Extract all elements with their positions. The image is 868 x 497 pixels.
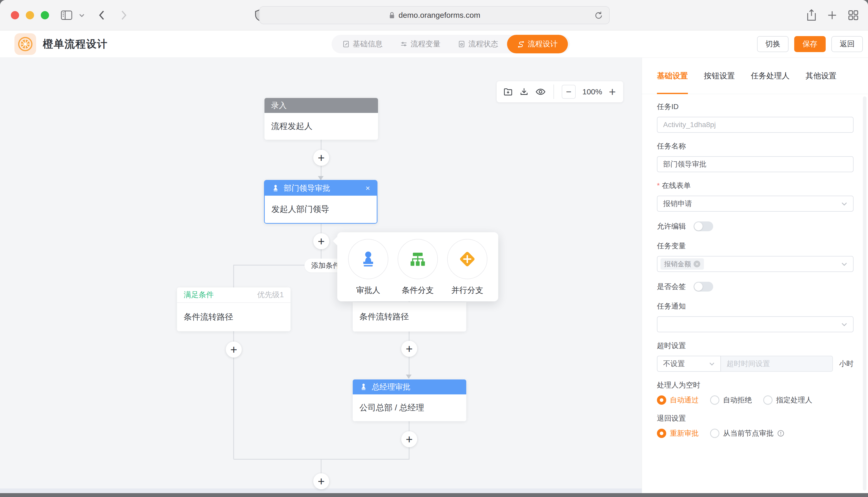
node-condition-path[interactable]: 条件流转路径 [353, 302, 466, 331]
doc-edit-icon [342, 41, 350, 48]
header-nav-tabs: 基础信息 流程变量 流程状态 流程设计 [332, 35, 570, 53]
node-condition-met[interactable]: 满足条件 优先级1 条件流转路径 [177, 287, 291, 331]
properties-panel: 基础设置 按钮设置 任务处理人 其他设置 任务ID 任务名称 * 在线表单 [642, 58, 868, 493]
add-node-button[interactable]: + [313, 233, 329, 249]
countersign-toggle[interactable] [693, 282, 713, 292]
add-node-popup: 审批人 条件分支 并行分支 [337, 232, 498, 301]
approver-circle[interactable] [348, 239, 388, 279]
node-body: 发起人部门领导 [265, 196, 377, 223]
timeout-value-wrap [721, 356, 833, 372]
parallel-branch-circle[interactable] [447, 239, 487, 279]
new-tab-icon[interactable] [827, 10, 838, 22]
variable-tag: 报销金额 × [661, 258, 704, 270]
tab-process-variables[interactable]: 流程变量 [391, 35, 449, 53]
open-folder-icon[interactable] [504, 87, 513, 96]
approver-stamp-icon [359, 383, 368, 391]
panel-tabs: 基础设置 按钮设置 任务处理人 其他设置 [642, 58, 868, 94]
tab-task-handler[interactable]: 任务处理人 [751, 58, 789, 94]
approver-stamp-icon [359, 250, 377, 268]
arrowhead [406, 374, 412, 379]
branch-merge-line [234, 459, 410, 459]
task-variable-select[interactable]: 报销金额 × [657, 256, 854, 272]
timeout-mode-select[interactable]: 不设置 [657, 356, 721, 372]
timeout-value-input[interactable] [727, 359, 827, 368]
node-dept-approval[interactable]: 部门领导审批 × 发起人部门领导 [264, 180, 377, 224]
address-bar[interactable]: demo.orangeforms.com [259, 6, 610, 24]
page-title: 橙单流程设计 [43, 37, 108, 51]
info-icon[interactable] [777, 430, 784, 437]
header-actions: 切换 保存 返回 [757, 36, 863, 52]
forward-button[interactable] [119, 10, 128, 21]
condition-branch-circle[interactable] [398, 239, 438, 279]
radio-from-current-node[interactable]: 从当前节点审批 [710, 428, 784, 438]
remove-tag-icon[interactable]: × [693, 260, 700, 267]
add-node-button[interactable]: + [226, 342, 242, 357]
maximize-window-button[interactable] [41, 11, 49, 19]
tab-label: 基础信息 [353, 39, 383, 49]
radio-dot [763, 395, 773, 405]
close-window-button[interactable] [11, 11, 19, 19]
tab-button-settings[interactable]: 按钮设置 [704, 58, 735, 94]
radio-auto-approve[interactable]: 自动通过 [657, 395, 699, 405]
online-form-select[interactable]: 报销申请 [657, 196, 854, 212]
tab-label: 流程设计 [528, 39, 557, 49]
flow-canvas[interactable]: + + + + + + − 100% + 录入 流程发起人 [0, 58, 642, 493]
tab-overview-icon[interactable] [848, 10, 859, 22]
back-to-list-button[interactable]: 返回 [831, 36, 863, 52]
task-name-field[interactable] [663, 160, 848, 168]
popup-item-label: 条件分支 [402, 285, 434, 296]
node-body: 公司总部 / 总经理 [353, 394, 466, 421]
tab-basic-info[interactable]: 基础信息 [334, 35, 391, 53]
add-node-button[interactable]: + [401, 431, 417, 447]
condition-title: 满足条件 [184, 290, 213, 300]
popup-item-label: 审批人 [356, 285, 380, 296]
tab-process-design[interactable]: 流程设计 [507, 35, 568, 53]
zoom-level: 100% [582, 87, 602, 96]
node-gm-approval[interactable]: 总经理审批 公司总部 / 总经理 [353, 380, 466, 421]
radio-auto-reject[interactable]: 自动拒绝 [710, 395, 752, 405]
zoom-in-button[interactable]: + [609, 85, 616, 99]
url-text: demo.orangeforms.com [399, 11, 480, 19]
app-header: 橙单流程设计 基础信息 流程变量 流程状态 流程设计 切换 保存 返回 [0, 30, 868, 58]
online-form-label: * 在线表单 [657, 181, 854, 190]
chevron-down-icon [841, 200, 848, 207]
add-node-button[interactable]: + [313, 473, 329, 489]
popup-item-label: 并行分支 [451, 285, 483, 296]
back-button[interactable] [98, 10, 106, 21]
share-icon[interactable] [806, 9, 817, 23]
sidebar-scrollbar[interactable] [863, 96, 866, 491]
popup-item-parallel-branch[interactable]: 并行分支 [447, 239, 487, 301]
chevron-down-icon[interactable] [79, 12, 85, 18]
task-notify-label: 任务通知 [657, 301, 854, 311]
add-node-button[interactable]: + [401, 341, 417, 357]
traffic-lights [11, 11, 49, 19]
delete-node-icon[interactable]: × [366, 184, 370, 193]
tab-process-status[interactable]: 流程状态 [449, 35, 507, 53]
save-button[interactable]: 保存 [794, 36, 826, 52]
chevron-down-icon [841, 321, 848, 328]
approver-stamp-icon [272, 184, 280, 192]
minimize-window-button[interactable] [26, 11, 34, 19]
tab-basic-settings[interactable]: 基础设置 [657, 58, 688, 94]
orange-citrus-icon [18, 37, 33, 52]
radio-assign-handler[interactable]: 指定处理人 [763, 395, 812, 405]
required-asterisk: * [657, 181, 660, 190]
preview-eye-icon[interactable] [535, 87, 546, 96]
reload-icon[interactable] [594, 11, 604, 22]
zoom-out-button[interactable]: − [562, 85, 576, 99]
sidebar-toggle-icon[interactable] [61, 10, 72, 20]
radio-re-approve[interactable]: 重新审批 [657, 428, 699, 438]
popup-item-condition-branch[interactable]: 条件分支 [398, 239, 438, 301]
download-icon[interactable] [520, 87, 529, 96]
add-node-button[interactable]: + [313, 150, 329, 166]
popup-item-approver[interactable]: 审批人 [348, 239, 388, 301]
browser-chrome: demo.orangeforms.com [0, 0, 868, 30]
tab-other-settings[interactable]: 其他设置 [805, 58, 837, 94]
allow-edit-toggle[interactable] [693, 222, 713, 231]
switch-button[interactable]: 切换 [757, 36, 788, 52]
node-start[interactable]: 录入 流程发起人 [264, 98, 378, 140]
tab-label: 流程变量 [411, 39, 440, 49]
node-header: 总经理审批 [353, 380, 466, 394]
task-notify-select[interactable] [657, 316, 854, 332]
task-id-field[interactable] [663, 120, 848, 129]
